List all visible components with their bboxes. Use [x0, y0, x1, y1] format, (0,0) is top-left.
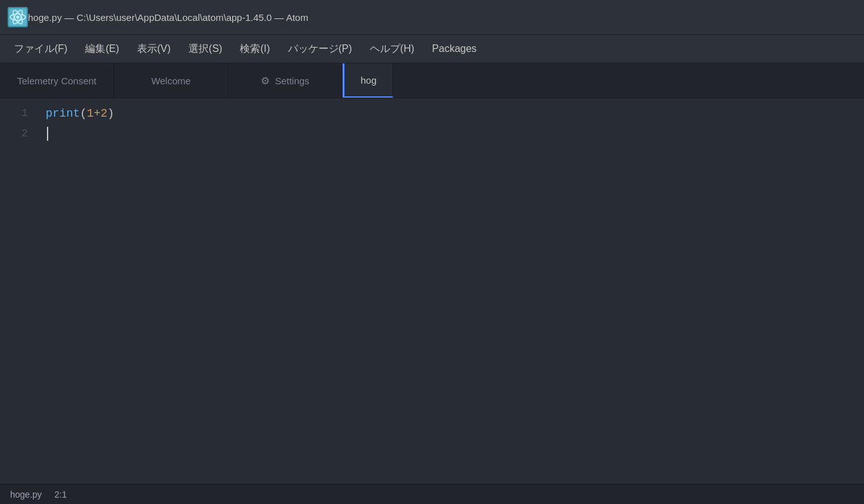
- tab-hoge-py-label: hog: [360, 75, 376, 86]
- tab-welcome[interactable]: Welcome: [114, 63, 228, 98]
- status-bar: hoge.py 2:1: [0, 484, 864, 504]
- menu-item-h[interactable]: ヘルプ(H): [361, 39, 423, 60]
- menu-item-s[interactable]: 選択(S): [180, 39, 231, 60]
- number-1: 1: [87, 103, 94, 124]
- editor-area: 1 2 print(1 + 2): [0, 98, 864, 484]
- menu-item-f[interactable]: ファイル(F): [5, 39, 76, 60]
- tab-telemetry-consent[interactable]: Telemetry Consent: [0, 63, 114, 98]
- code-editor[interactable]: print(1 + 2): [38, 98, 864, 484]
- window-title: hoge.py — C:\Users\user\AppData\Local\at…: [28, 12, 308, 23]
- operator-plus: +: [94, 103, 101, 124]
- menu-item-e[interactable]: 編集(E): [76, 39, 128, 60]
- title-bar: hoge.py — C:\Users\user\AppData\Local\at…: [0, 0, 864, 35]
- tab-bar: Telemetry Consent Welcome ⚙ Settings hog: [0, 63, 864, 98]
- paren-close: ): [107, 103, 114, 124]
- line-number-2: 2: [0, 124, 28, 144]
- line-number-1: 1: [0, 103, 28, 124]
- code-line-2: [46, 124, 864, 144]
- menu-item-packages[interactable]: Packages: [423, 39, 485, 58]
- code-line-1: print(1 + 2): [46, 103, 864, 124]
- status-position: 2:1: [55, 489, 67, 500]
- status-filename: hoge.py: [10, 489, 42, 500]
- tab-settings[interactable]: ⚙ Settings: [228, 63, 343, 98]
- menu-bar: ファイル(F)編集(E)表示(V)選択(S)検索(I)パッケージ(P)ヘルプ(H…: [0, 35, 864, 63]
- number-2: 2: [100, 103, 107, 124]
- line-numbers: 1 2: [0, 98, 38, 484]
- paren-open: (: [80, 103, 87, 124]
- menu-item-i[interactable]: 検索(I): [231, 39, 278, 60]
- tab-telemetry-consent-label: Telemetry Consent: [17, 75, 96, 86]
- atom-icon: [8, 7, 28, 27]
- keyword-print: print: [46, 103, 80, 124]
- menu-item-p[interactable]: パッケージ(P): [279, 39, 361, 60]
- tab-hoge-py[interactable]: hog: [343, 63, 393, 98]
- menu-item-v[interactable]: 表示(V): [128, 39, 180, 60]
- tab-settings-label: Settings: [275, 75, 309, 86]
- settings-icon: ⚙: [261, 75, 270, 87]
- svg-point-5: [16, 16, 20, 19]
- tab-welcome-label: Welcome: [151, 75, 190, 86]
- text-cursor: [47, 127, 48, 141]
